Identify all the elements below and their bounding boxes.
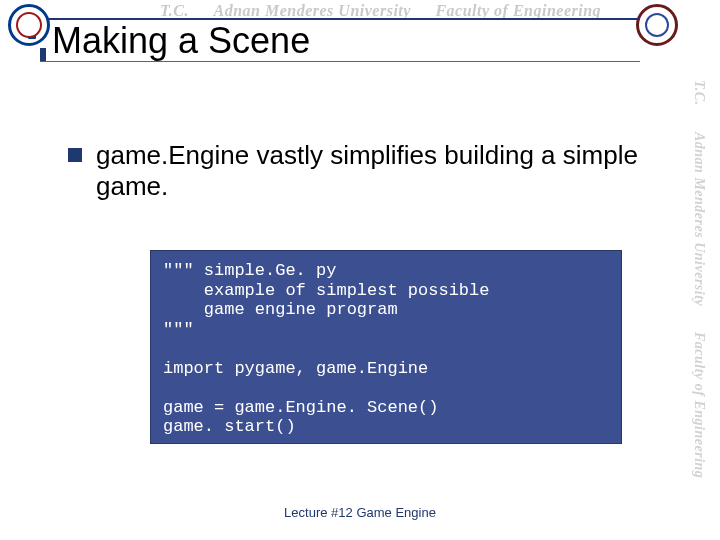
watermark-right-tc: T.C. (691, 80, 707, 106)
watermark-university: Adnan Menderes University (213, 2, 410, 19)
watermark-faculty: Faculty of Engineering (435, 2, 601, 19)
code-block: """ simple.Ge. py example of simplest po… (150, 250, 622, 444)
watermark-right-university: Adnan Menderes University (691, 132, 707, 306)
watermark-right: T.C. Adnan Menderes University Faculty o… (684, 80, 714, 510)
slide-title: Making a Scene (52, 20, 310, 62)
university-logo-left (8, 4, 50, 46)
bullet-text: game.Engine vastly simplifies building a… (96, 140, 650, 202)
watermark-tc: T.C. (160, 2, 189, 19)
watermark-right-faculty: Faculty of Engineering (691, 332, 707, 478)
slide-footer: Lecture #12 Game Engine (0, 505, 720, 520)
title-tick (40, 48, 46, 62)
bullet-row: game.Engine vastly simplifies building a… (68, 140, 650, 202)
university-logo-right (636, 4, 678, 46)
bullet-square-icon (68, 148, 82, 162)
